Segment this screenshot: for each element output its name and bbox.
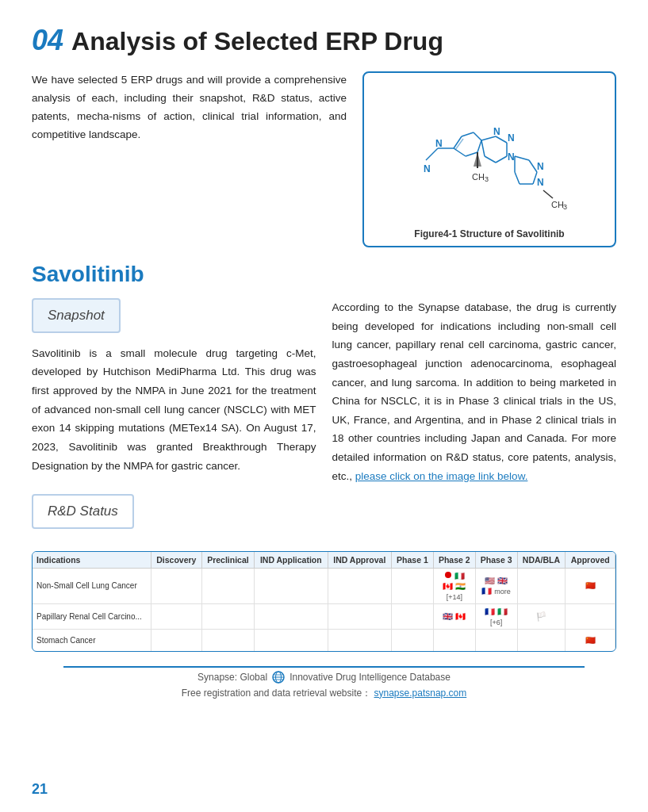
svg-line-13 [496, 156, 507, 163]
flag-gb: 🇬🇧 [497, 576, 508, 585]
flag-nda: 🏳️ [536, 611, 546, 621]
phase2-nsclc: 🇮🇹 🇨🇦 🇮🇳 [+14] [433, 568, 475, 603]
phase3-count-prc: [+6] [490, 619, 502, 626]
globe-icon [272, 671, 285, 684]
intro-section: We have selected 5 ERP drugs and will pr… [32, 71, 616, 247]
flag-in: 🇮🇳 [455, 581, 466, 591]
footer-main-text: Synapse: Global [197, 672, 267, 683]
page-number: 21 [32, 781, 48, 798]
flag-ca-2: 🇨🇦 [455, 611, 466, 621]
svg-line-4 [474, 132, 481, 140]
col-phase2: Phase 2 [433, 552, 475, 569]
svg-text:N: N [537, 177, 544, 188]
table-row: Stomach Cancer 🇨🇳 [33, 629, 615, 651]
rd-table-section: Indications Discovery Preclinical IND Ap… [32, 551, 616, 653]
svg-line-15 [481, 140, 485, 156]
flag-gb-2: 🇬🇧 [443, 611, 453, 621]
col-ind-application: IND Application [255, 552, 328, 569]
intro-text: We have selected 5 ERP drugs and will pr… [32, 71, 347, 247]
footer-sub-text: Free registration and data retrieval web… [182, 688, 371, 699]
col-ind-approval: IND Approval [328, 552, 391, 569]
content-columns: Snapshot Savolitinib is a small molecule… [32, 298, 616, 538]
nda-prc: 🏳️ [517, 603, 566, 629]
approved-stomach: 🇨🇳 [566, 629, 615, 651]
right-paragraph: According to the Synapse database, the d… [332, 298, 617, 485]
col-phase1: Phase 1 [392, 552, 434, 569]
flag-fr-2: 🇫🇷 [485, 607, 495, 616]
figure-caption: Figure4-1 Structure of Savolitinib [414, 228, 564, 239]
flag-cn-approved: 🇨🇳 [585, 580, 596, 590]
flag-fr: 🇫🇷 [481, 586, 492, 596]
svg-line-3 [462, 132, 474, 136]
svg-text:N: N [435, 138, 443, 149]
svg-line-5 [477, 140, 481, 152]
svg-line-31 [543, 190, 553, 198]
table-row: Papillary Renal Cell Carcino... 🇬🇧 🇨🇦 🇫🇷… [33, 603, 615, 629]
right-text: According to the Synapse database, the d… [332, 301, 617, 482]
table-header-row: Indications Discovery Preclinical IND Ap… [33, 552, 615, 569]
svg-line-6 [466, 152, 477, 156]
page-header: 04 Analysis of Selected ERP Drug [32, 24, 616, 57]
flag-it-2: 🇮🇹 [497, 607, 508, 616]
footer-main-text2: Innovative Drug Intelligence Database [289, 672, 451, 683]
snapshot-text: Savolitinib is a small molecule drug tar… [32, 344, 316, 475]
phase2-prc: 🇬🇧 🇨🇦 [433, 603, 475, 629]
svg-text:N: N [493, 126, 500, 137]
svg-line-11 [496, 136, 507, 143]
col-discovery: Discovery [151, 552, 201, 569]
figure-box: N N N N N CH 3 [362, 71, 616, 247]
svg-text:N: N [508, 132, 515, 144]
svg-text:3: 3 [563, 203, 567, 211]
flag-us: 🇺🇸 [485, 576, 495, 585]
svg-line-23 [515, 156, 529, 160]
svg-line-14 [485, 156, 496, 163]
right-column: According to the Synapse database, the d… [332, 298, 617, 538]
svg-text:N: N [537, 161, 544, 172]
col-nda: NDA/BLA [517, 552, 566, 569]
svg-text:N: N [424, 163, 431, 174]
page-title: Analysis of Selected ERP Drug [71, 27, 443, 56]
footer-main: Synapse: Global Innovative Drug Intellig… [32, 671, 616, 684]
svg-line-24 [529, 160, 537, 172]
table-row: Non-Small Cell Lung Cancer 🇮🇹 🇨🇦 🇮🇳 [+14… [33, 568, 615, 603]
svg-text:3: 3 [485, 175, 489, 183]
svg-text:N: N [508, 151, 515, 163]
indication-prc: Papillary Renal Cell Carcino... [33, 603, 151, 629]
left-column: Snapshot Savolitinib is a small molecule… [32, 298, 316, 538]
rd-status-label: R&D Status [32, 494, 134, 529]
footer-divider [63, 666, 585, 668]
footer-link[interactable]: synapse.patsnap.com [374, 688, 467, 699]
flag-it: 🇮🇹 [454, 571, 465, 580]
footer-sub: Free registration and data retrieval web… [32, 687, 616, 700]
dot-indicator [445, 572, 451, 578]
col-phase3: Phase 3 [475, 552, 517, 569]
right-link[interactable]: please click on the image link below. [355, 470, 528, 482]
svg-marker-22 [474, 152, 481, 167]
molecule-structure: N N N N N CH 3 [378, 81, 600, 224]
col-approved: Approved [566, 552, 615, 569]
svg-text:CH: CH [472, 172, 485, 182]
phase3-nsclc: 🇺🇸 🇬🇧 🇫🇷 more [475, 568, 517, 603]
indication-nsclc: Non-Small Cell Lung Cancer [33, 568, 151, 603]
section-number: 04 [32, 24, 63, 57]
flag-cn-stomach: 🇨🇳 [585, 635, 596, 645]
phase3-more: more [494, 588, 511, 596]
svg-text:CH: CH [551, 200, 564, 209]
svg-line-0 [426, 148, 438, 160]
svg-line-27 [515, 172, 520, 184]
col-indications: Indications [33, 552, 151, 569]
snapshot-label: Snapshot [32, 298, 121, 333]
flag-ca: 🇨🇦 [443, 581, 453, 591]
indication-stomach: Stomach Cancer [33, 629, 151, 651]
drug-title: Savolitinib [32, 262, 616, 287]
approved-nsclc: 🇨🇳 [566, 568, 615, 603]
col-preclinical: Preclinical [201, 552, 254, 569]
phase2-count: [+14] [447, 593, 462, 601]
rd-table: Indications Discovery Preclinical IND Ap… [33, 552, 615, 652]
phase3-prc: 🇫🇷 🇮🇹 [+6] [475, 603, 517, 629]
